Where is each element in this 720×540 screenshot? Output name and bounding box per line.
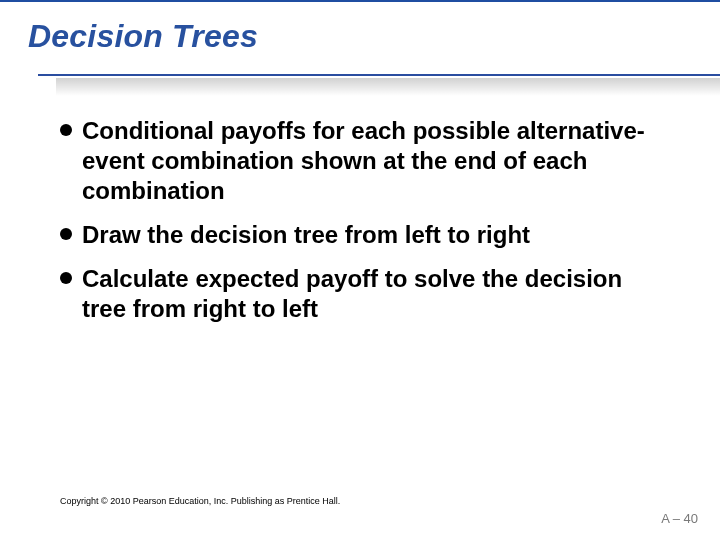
bullet-icon (60, 124, 72, 136)
top-border (0, 0, 720, 2)
slide: Decision Trees Conditional payoffs for e… (0, 0, 720, 540)
title-underline (0, 74, 720, 76)
title-underline-line (38, 74, 720, 76)
list-item: Calculate expected payoff to solve the d… (60, 264, 672, 324)
list-item: Draw the decision tree from left to righ… (60, 220, 672, 250)
page-number: A – 40 (661, 511, 698, 526)
slide-title: Decision Trees (28, 18, 258, 55)
bullet-icon (60, 272, 72, 284)
bullet-text: Conditional payoffs for each possible al… (82, 116, 672, 206)
bullet-text: Draw the decision tree from left to righ… (82, 220, 530, 250)
title-underline-shadow (56, 78, 720, 96)
list-item: Conditional payoffs for each possible al… (60, 116, 672, 206)
bullet-icon (60, 228, 72, 240)
bullet-list: Conditional payoffs for each possible al… (60, 116, 672, 338)
copyright-text: Copyright © 2010 Pearson Education, Inc.… (60, 496, 340, 506)
bullet-text: Calculate expected payoff to solve the d… (82, 264, 672, 324)
